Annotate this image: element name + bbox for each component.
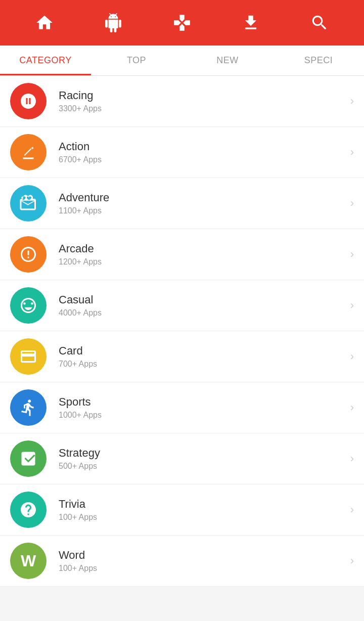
racing-count: 3300+ Apps — [59, 104, 345, 113]
casual-count: 4000+ Apps — [59, 308, 345, 318]
android-icon[interactable] — [98, 8, 128, 38]
arcade-name: Arcade — [59, 242, 345, 255]
list-item[interactable]: Racing 3300+ Apps › — [0, 76, 364, 127]
adventure-name: Adventure — [59, 191, 345, 204]
word-text: Word 100+ Apps — [59, 549, 345, 573]
casual-name: Casual — [59, 293, 345, 306]
action-icon-circle — [10, 134, 47, 170]
arcade-text: Arcade 1200+ Apps — [59, 242, 345, 267]
adventure-text: Adventure 1100+ Apps — [59, 191, 345, 215]
racing-text: Racing 3300+ Apps — [59, 89, 345, 113]
search-icon[interactable] — [304, 8, 335, 38]
strategy-icon-circle — [10, 440, 47, 477]
casual-icon-circle — [10, 287, 47, 324]
strategy-name: Strategy — [59, 447, 345, 460]
adventure-icon-circle — [10, 185, 47, 221]
tab-category[interactable]: CATEGORY — [0, 46, 91, 75]
card-count: 700+ Apps — [59, 360, 345, 369]
adventure-chevron: › — [350, 197, 354, 210]
category-list: Racing 3300+ Apps › Action 6700+ Apps › … — [0, 76, 364, 587]
tab-top[interactable]: TOP — [91, 46, 182, 75]
word-chevron: › — [350, 554, 354, 567]
download-icon[interactable] — [236, 8, 266, 38]
trivia-icon-circle — [10, 492, 47, 528]
word-icon-circle: W — [10, 543, 47, 579]
sports-text: Sports 1000+ Apps — [59, 395, 345, 420]
list-item[interactable]: Arcade 1200+ Apps › — [0, 229, 364, 280]
list-item[interactable]: Action 6700+ Apps › — [0, 127, 364, 178]
action-name: Action — [59, 140, 345, 153]
tab-bar: CATEGORY TOP NEW SPECI — [0, 46, 364, 76]
gamepad-icon[interactable] — [167, 8, 197, 38]
card-text: Card 700+ Apps — [59, 344, 345, 369]
home-icon[interactable] — [29, 8, 60, 38]
trivia-chevron: › — [350, 503, 354, 516]
racing-icon-circle — [10, 83, 47, 119]
sports-chevron: › — [350, 401, 354, 414]
casual-text: Casual 4000+ Apps — [59, 293, 345, 318]
trivia-count: 100+ Apps — [59, 513, 345, 522]
sports-icon-circle — [10, 389, 47, 426]
adventure-count: 1100+ Apps — [59, 206, 345, 215]
list-item[interactable]: Casual 4000+ Apps › — [0, 280, 364, 331]
arcade-chevron: › — [350, 248, 354, 261]
action-text: Action 6700+ Apps — [59, 140, 345, 164]
arcade-icon-circle — [10, 236, 47, 273]
word-name: Word — [59, 549, 345, 562]
list-item[interactable]: Sports 1000+ Apps › — [0, 382, 364, 433]
strategy-count: 500+ Apps — [59, 462, 345, 471]
list-item[interactable]: Card 700+ Apps › — [0, 331, 364, 382]
strategy-text: Strategy 500+ Apps — [59, 447, 345, 471]
strategy-chevron: › — [350, 452, 354, 465]
arcade-count: 1200+ Apps — [59, 257, 345, 267]
racing-name: Racing — [59, 89, 345, 102]
list-item[interactable]: Adventure 1100+ Apps › — [0, 178, 364, 229]
list-item[interactable]: W Word 100+ Apps › — [0, 536, 364, 587]
casual-chevron: › — [350, 299, 354, 312]
racing-chevron: › — [350, 95, 354, 108]
card-chevron: › — [350, 350, 354, 363]
card-name: Card — [59, 344, 345, 358]
list-item[interactable]: Trivia 100+ Apps › — [0, 484, 364, 536]
word-letter: W — [21, 552, 36, 570]
word-count: 100+ Apps — [59, 564, 345, 573]
action-chevron: › — [350, 146, 354, 159]
sports-count: 1000+ Apps — [59, 411, 345, 420]
list-item[interactable]: Strategy 500+ Apps › — [0, 433, 364, 484]
tab-new[interactable]: NEW — [182, 46, 273, 75]
sports-name: Sports — [59, 395, 345, 409]
trivia-name: Trivia — [59, 498, 345, 511]
trivia-text: Trivia 100+ Apps — [59, 498, 345, 522]
header — [0, 0, 364, 46]
card-icon-circle — [10, 338, 47, 375]
tab-special[interactable]: SPECI — [273, 46, 364, 75]
action-count: 6700+ Apps — [59, 155, 345, 164]
